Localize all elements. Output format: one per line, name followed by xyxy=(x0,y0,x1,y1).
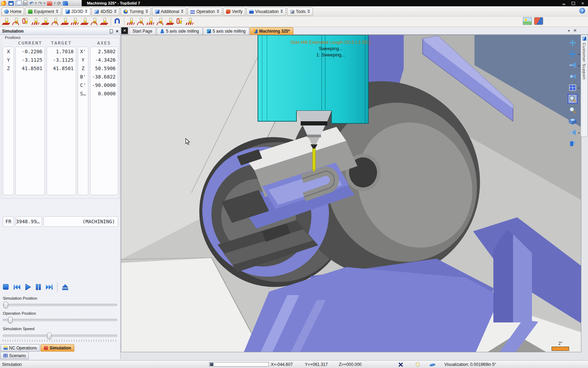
view-normal-icon[interactable] xyxy=(568,71,577,81)
ribbon-tab-verify[interactable]: Verify xyxy=(223,7,245,16)
tab-simulation[interactable]: Simulation xyxy=(41,344,74,352)
face-milling-icon[interactable] xyxy=(41,17,50,26)
tab-list-chevron-icon[interactable]: ▾ xyxy=(568,29,570,33)
engraving-icon[interactable] xyxy=(90,17,99,26)
tab-bar-close-button[interactable]: ✕ xyxy=(121,27,128,34)
close-panel-icon[interactable]: ✕ xyxy=(116,29,119,33)
chevron-double-down-icon[interactable] xyxy=(114,10,117,14)
topsolid-document-icon[interactable] xyxy=(63,1,68,6)
sweep-milling-icon[interactable] xyxy=(70,17,79,26)
thread-milling-icon[interactable] xyxy=(185,17,194,26)
macro-dropdown-icon[interactable]: ▾ xyxy=(54,0,55,6)
refresh-icon[interactable]: ⟳ xyxy=(57,1,61,6)
view-direction-icon[interactable]: ▾ xyxy=(568,60,577,70)
doc-tab-5axis-2[interactable]: 5 axis side milling xyxy=(203,27,249,35)
simulation-speed-slider[interactable] xyxy=(3,335,117,337)
slider-thumb[interactable] xyxy=(4,302,8,308)
ribbon-tab-home[interactable]: Home xyxy=(1,7,24,16)
slider-thumb[interactable] xyxy=(47,333,52,339)
zoom-window-icon[interactable] xyxy=(568,94,577,104)
ribbon-tab-tools[interactable]: Tools xyxy=(287,7,313,16)
dropdown-arrow-icon[interactable]: ▾ xyxy=(578,131,580,135)
machine-3d-scene[interactable] xyxy=(121,35,581,352)
chevron-double-down-icon[interactable] xyxy=(84,10,88,14)
eject-button[interactable] xyxy=(61,282,70,292)
save-icon[interactable] xyxy=(8,1,14,6)
pin-icon[interactable] xyxy=(110,29,113,33)
simulation-position-slider[interactable] xyxy=(3,304,117,306)
material-render-icon[interactable] xyxy=(534,17,543,25)
ribbon-tab-4d5d[interactable]: 4D/5D xyxy=(91,7,119,16)
plunge-milling-icon[interactable] xyxy=(80,17,89,26)
ribbon-tab-equipment[interactable]: Equipment xyxy=(25,7,61,16)
ribbon-tab-visualization[interactable]: Visualization xyxy=(246,7,286,16)
drill-cycle-icon[interactable] xyxy=(176,17,184,26)
undo-icon[interactable]: ↶ xyxy=(29,1,33,6)
minimize-button[interactable] xyxy=(560,1,568,6)
render-background-icon[interactable] xyxy=(523,17,532,25)
chevron-double-down-icon[interactable] xyxy=(180,10,184,14)
machine-3d-viewport[interactable]: Side Mill Extended Length D0.5 L3 S0.1 S… xyxy=(121,35,581,352)
macro-icon[interactable] xyxy=(47,1,52,6)
operation-position-slider[interactable] xyxy=(3,319,117,321)
flank-milling-icon[interactable] xyxy=(166,17,175,26)
magnet-snap-icon[interactable] xyxy=(113,17,122,26)
roughing-icon[interactable] xyxy=(127,17,135,26)
multi-viewport-icon[interactable]: ▾ xyxy=(568,83,577,93)
maximize-button[interactable] xyxy=(569,1,577,6)
slider-thumb[interactable] xyxy=(8,317,13,323)
ribbon-tab-additional[interactable]: Additional xyxy=(152,7,187,16)
section-view-icon[interactable]: ▾ xyxy=(568,128,577,137)
help-icon[interactable]: ? xyxy=(579,8,585,14)
customer-support-tab[interactable]: Customer Support xyxy=(581,35,588,137)
render-mode-icon[interactable] xyxy=(429,363,435,366)
close-document-icon[interactable]: ✕ xyxy=(573,28,577,33)
chevron-double-down-icon[interactable] xyxy=(145,10,148,14)
dropdown-arrow-icon[interactable]: ▾ xyxy=(578,64,580,67)
operations-list-icon[interactable] xyxy=(31,17,40,26)
fast-forward-button[interactable] xyxy=(45,282,54,292)
doc-tab-5axis-1[interactable]: 5 axis side milling xyxy=(157,27,203,35)
print-icon[interactable] xyxy=(22,1,28,6)
undo-dropdown-icon[interactable]: ▾ xyxy=(35,0,36,6)
chevron-double-down-icon[interactable] xyxy=(307,10,310,14)
tool-path-icon[interactable] xyxy=(100,17,109,26)
chevron-double-down-icon[interactable] xyxy=(280,10,283,14)
end-milling-icon[interactable] xyxy=(51,17,60,26)
redo-icon[interactable]: ↷ xyxy=(38,1,42,6)
orbit-view-icon[interactable] xyxy=(568,139,577,149)
pause-button[interactable] xyxy=(34,282,43,292)
drilling-icon[interactable] xyxy=(21,17,30,26)
contour-milling-icon[interactable] xyxy=(12,17,20,26)
absolute-coordinates-icon[interactable] xyxy=(398,362,403,367)
crosshair-pan-icon[interactable] xyxy=(568,38,577,48)
isometric-view-icon[interactable] xyxy=(568,116,577,126)
ribbon-tab-operation[interactable]: Operation xyxy=(187,7,222,16)
rewind-button[interactable] xyxy=(12,282,21,292)
spiral-milling-icon[interactable] xyxy=(156,17,165,26)
chevron-double-down-icon[interactable] xyxy=(55,10,59,14)
topsolid-logo-icon[interactable] xyxy=(0,0,7,6)
simulation-panel-header[interactable]: Simulation ✕ xyxy=(0,28,120,35)
tab-scenario[interactable]: Scenario xyxy=(0,352,29,359)
doc-tab-machining-325[interactable]: Machining 325* xyxy=(250,27,293,35)
ribbon-tab-2d3d[interactable]: 2D/3D xyxy=(62,7,90,16)
tolerance-indicator-icon[interactable] xyxy=(416,362,420,367)
zoom-icon[interactable] xyxy=(568,105,577,115)
redo-dropdown-icon[interactable]: ▾ xyxy=(44,0,45,6)
stop-button[interactable] xyxy=(1,282,11,292)
close-window-button[interactable]: ✕ xyxy=(579,1,587,6)
rest-roughing-icon[interactable] xyxy=(136,17,145,26)
side-milling-icon[interactable] xyxy=(61,17,69,26)
profile-milling-icon[interactable] xyxy=(2,17,11,26)
copy-document-icon[interactable] xyxy=(15,1,21,6)
finishing-icon[interactable] xyxy=(146,17,155,26)
chevron-double-down-icon[interactable] xyxy=(216,10,219,14)
dropdown-arrow-icon[interactable]: ▾ xyxy=(578,53,580,56)
play-button[interactable] xyxy=(23,282,32,292)
tab-nc-operations[interactable]: NC Operations xyxy=(0,344,40,352)
dropdown-arrow-icon[interactable]: ▾ xyxy=(578,87,580,90)
move-arrows-icon[interactable]: ▾ xyxy=(568,49,577,59)
ribbon-tab-turning[interactable]: Turning xyxy=(121,7,151,16)
doc-tab-start-page[interactable]: Start Page xyxy=(129,27,156,35)
